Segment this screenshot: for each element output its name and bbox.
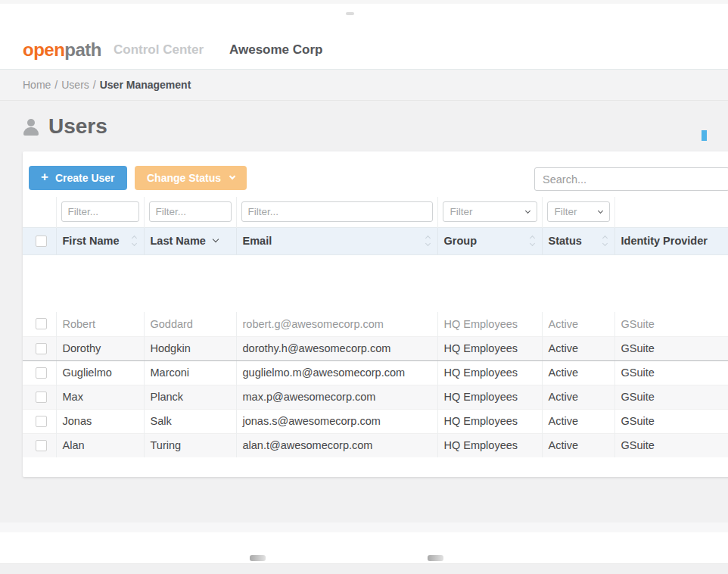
main-area: Users + Create User Change Status	[0, 101, 728, 523]
page-title-row: Users	[23, 114, 107, 139]
filter-input-email[interactable]	[241, 201, 433, 222]
breadcrumb-separator: /	[54, 79, 58, 91]
cell-identity-provider: GSuite	[614, 433, 728, 457]
change-status-button[interactable]: Change Status	[135, 166, 247, 190]
cell-status: Active	[542, 360, 614, 385]
filter-row: Filter Filter	[23, 197, 728, 227]
screen: openpath Control Center Awesome Corp Hom…	[0, 0, 728, 574]
create-user-button[interactable]: + Create User	[29, 166, 127, 190]
filter-input-last-name[interactable]	[149, 201, 232, 222]
cell-email: guglielmo.m@awesomecorp.com	[236, 360, 437, 385]
change-status-label: Change Status	[147, 172, 221, 184]
cell-group: HQ Employees	[437, 312, 542, 336]
table-row[interactable]: Guglielmo Marconi guglielmo.m@awesomecor…	[23, 360, 728, 385]
cell-identity-provider: GSuite	[614, 336, 728, 360]
cell-group: HQ Employees	[437, 433, 542, 457]
window-top-strip	[0, 0, 728, 4]
column-label: Group	[444, 235, 478, 247]
users-icon	[23, 118, 39, 135]
bottom-bar	[0, 563, 728, 574]
search-input[interactable]	[534, 167, 728, 191]
breadcrumb-current: User Management	[100, 79, 191, 91]
table-header-row: First Name Last Name Email	[23, 227, 728, 254]
cell-first-name: Guglielmo	[56, 360, 144, 385]
table-row[interactable]: Jonas Salk jonas.s@awesomecorp.com HQ Em…	[23, 409, 728, 433]
cell-email: jonas.s@awesomecorp.com	[236, 409, 437, 433]
taskbar-artifact	[428, 555, 443, 561]
bottom-band-white	[0, 532, 728, 563]
table-row[interactable]: Max Planck max.p@awesomecorp.com HQ Empl…	[23, 385, 728, 409]
breadcrumb-home[interactable]: Home	[23, 79, 51, 91]
cell-status: Active	[542, 312, 614, 336]
chevron-down-icon	[524, 208, 530, 214]
cell-email: max.p@awesomecorp.com	[236, 385, 437, 409]
row-checkbox[interactable]	[36, 416, 47, 427]
cell-group: HQ Employees	[437, 385, 542, 409]
sort-icon	[426, 236, 430, 245]
row-checkbox[interactable]	[36, 367, 47, 379]
cell-identity-provider: GSuite	[614, 385, 728, 409]
cell-group: HQ Employees	[437, 409, 542, 433]
filter-select-group-label: Filter	[450, 206, 473, 217]
cell-last-name: Goddard	[144, 312, 236, 336]
sort-icon	[603, 236, 607, 245]
row-checkbox[interactable]	[36, 318, 47, 329]
logo-open-text: open	[23, 39, 64, 60]
cell-first-name: Dorothy	[56, 336, 144, 360]
cell-last-name: Turing	[144, 433, 236, 457]
chevron-down-icon	[229, 173, 235, 179]
column-label: Identity Provider	[621, 235, 708, 247]
cell-status: Active	[542, 433, 614, 457]
cell-last-name: Marconi	[144, 360, 236, 385]
column-header-status[interactable]: Status	[542, 227, 614, 254]
table-empty-gap	[23, 254, 728, 312]
row-checkbox[interactable]	[36, 343, 47, 354]
window-artifact-dash	[346, 12, 354, 15]
cell-last-name: Salk	[144, 409, 236, 433]
cell-status: Active	[542, 385, 614, 409]
cell-first-name: Jonas	[56, 409, 144, 433]
table-row[interactable]: Dorothy Hodgkin dorothy.h@awesomecorp.co…	[23, 336, 728, 360]
filter-cell-idp	[614, 197, 728, 227]
filter-input-first-name[interactable]	[61, 201, 139, 222]
column-header-first-name[interactable]: First Name	[56, 227, 144, 254]
filter-select-group[interactable]: Filter	[443, 201, 537, 222]
product-name: Control Center	[114, 42, 204, 58]
cell-email: dorothy.h@awesomecorp.com	[236, 336, 437, 360]
cell-identity-provider: GSuite	[614, 360, 728, 385]
row-checkbox[interactable]	[36, 392, 47, 403]
column-header-email[interactable]: Email	[236, 227, 437, 254]
bottom-band-light	[0, 523, 728, 532]
column-label: Email	[243, 235, 272, 247]
column-header-identity-provider[interactable]: Identity Provider	[614, 227, 728, 254]
table-row[interactable]: Robert Goddard robert.g@awesomecorp.com …	[23, 312, 728, 336]
chevron-down-icon	[597, 208, 602, 214]
cell-first-name: Robert	[56, 312, 144, 336]
openpath-logo[interactable]: openpath	[23, 39, 101, 61]
plus-icon: +	[41, 170, 48, 185]
column-header-group[interactable]: Group	[437, 227, 542, 254]
table-row[interactable]: Alan Turing alan.t@awesomecorp.com HQ Em…	[23, 433, 728, 457]
sort-icon	[132, 236, 136, 245]
cell-identity-provider: GSuite	[614, 409, 728, 433]
select-all-checkbox[interactable]	[36, 236, 47, 247]
filter-select-status[interactable]: Filter	[547, 201, 610, 222]
logo-path-text: path	[64, 39, 101, 60]
breadcrumb-separator: /	[93, 79, 96, 91]
cell-first-name: Alan	[56, 433, 144, 457]
breadcrumb-users[interactable]: Users	[61, 79, 89, 91]
cell-group: HQ Employees	[437, 336, 542, 360]
cell-email: robert.g@awesomecorp.com	[236, 312, 437, 336]
cell-status: Active	[542, 336, 614, 360]
breadcrumb: Home / Users / User Management	[0, 70, 728, 101]
column-label: First Name	[63, 235, 120, 247]
search-edge-accent	[702, 130, 707, 141]
row-checkbox[interactable]	[36, 440, 47, 451]
org-name[interactable]: Awesome Corp	[229, 42, 322, 58]
column-header-last-name[interactable]: Last Name	[144, 227, 236, 254]
create-user-label: Create User	[55, 172, 115, 184]
cell-last-name: Planck	[144, 385, 236, 409]
cell-status: Active	[542, 409, 614, 433]
cell-first-name: Max	[56, 385, 144, 409]
app-header: openpath Control Center Awesome Corp	[0, 30, 728, 70]
